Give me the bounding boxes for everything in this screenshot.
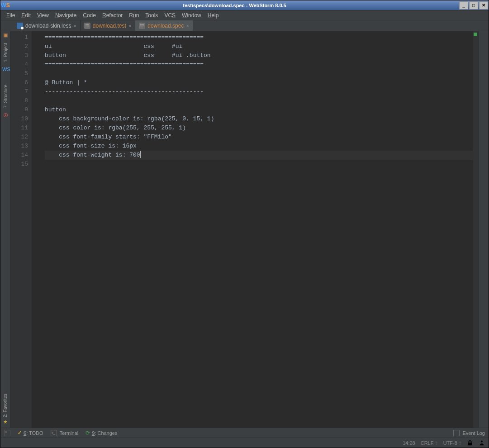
terminal-tool-button[interactable]: Terminal — [51, 430, 79, 436]
close-tab-icon[interactable]: × — [73, 23, 76, 29]
changes-tool-button[interactable]: ⟳9: Changes — [85, 430, 117, 436]
window-controls: _ □ ✕ — [459, 1, 489, 10]
lock-icon[interactable] — [467, 440, 473, 446]
todo-icon: ✓ — [18, 430, 22, 436]
menu-window[interactable]: Window — [179, 11, 204, 19]
window-title: test\specs\download.spec - WebStorm 8.0.… — [10, 3, 459, 8]
code-line[interactable] — [45, 160, 473, 169]
titlebar: WS test\specs\download.spec - WebStorm 8… — [0, 0, 489, 10]
menu-vcs[interactable]: VCS — [161, 11, 179, 19]
inspector-icon[interactable] — [479, 440, 485, 446]
less-file-icon — [17, 23, 23, 29]
code-line[interactable]: css font-size is: 16px — [45, 142, 473, 151]
code-line[interactable]: @ Button | * — [45, 78, 473, 87]
code-line[interactable]: ----------------------------------------… — [45, 87, 473, 96]
editor-tabs: download-skin.less × download.test × dow… — [0, 20, 489, 31]
ws-tool-icon[interactable]: WS — [2, 67, 9, 73]
code-line[interactable]: css background-color is: rgba(225, 0, 15… — [45, 114, 473, 124]
close-button[interactable]: ✕ — [479, 1, 488, 10]
inspection-ok-icon — [474, 33, 477, 36]
event-log-icon — [453, 430, 460, 436]
line-separator[interactable]: CRLF ‡ — [421, 440, 438, 446]
code-line[interactable]: ui css #ui — [45, 42, 473, 51]
favorites-star-icon[interactable]: ★ — [2, 419, 9, 425]
svg-point-0 — [481, 440, 483, 442]
menu-edit[interactable]: Edit — [18, 11, 34, 19]
tool-window-toggle-icon[interactable] — [4, 430, 10, 436]
menubar: File Edit View Navigate Code Refactor Ru… — [0, 10, 489, 20]
right-tool-stripe — [478, 31, 489, 428]
code-line[interactable]: button css #ui .button — [45, 51, 473, 60]
editor-pane: 123456789101112131415 ==================… — [11, 31, 478, 428]
structure-tool-icon[interactable]: ⦿ — [2, 113, 9, 119]
menu-run[interactable]: Run — [126, 11, 142, 19]
changes-icon: ⟳ — [85, 430, 90, 436]
code-line[interactable]: ========================================… — [45, 33, 473, 42]
menu-help[interactable]: Help — [204, 11, 222, 19]
minimize-button[interactable]: _ — [459, 1, 468, 10]
menu-view[interactable]: View — [34, 11, 52, 19]
menu-refactor[interactable]: Refactor — [99, 11, 126, 19]
event-log-button[interactable]: Event Log — [453, 430, 485, 436]
maximize-button[interactable]: □ — [469, 1, 478, 10]
app-logo: WS — [0, 2, 10, 9]
tab-download-spec[interactable]: download.spec × — [135, 20, 193, 31]
text-file-icon — [139, 23, 145, 29]
tab-label: download-skin.less — [25, 23, 71, 29]
code-line[interactable] — [45, 69, 473, 78]
code-line[interactable]: css font-family starts: "FFMilo" — [45, 133, 473, 142]
structure-tool-label[interactable]: 7: Structure — [3, 83, 8, 110]
menu-file[interactable]: File — [3, 11, 18, 19]
tab-label: download.test — [93, 23, 126, 29]
favorites-tool-label[interactable]: 2: Favorites — [3, 394, 8, 417]
line-number-gutter: 123456789101112131415 — [11, 31, 32, 428]
code-line[interactable]: ========================================… — [45, 60, 473, 69]
close-tab-icon[interactable]: × — [128, 23, 131, 29]
status-bar: 14:28 CRLF ‡ UTF-8 ‡ — [0, 438, 489, 448]
terminal-icon — [51, 430, 57, 436]
code-line[interactable] — [45, 96, 473, 105]
error-stripe[interactable] — [473, 31, 478, 428]
close-tab-icon[interactable]: × — [186, 23, 189, 29]
tab-download-test[interactable]: download.test × — [81, 20, 136, 31]
todo-tool-button[interactable]: ✓6: TODO — [18, 430, 43, 436]
text-file-icon — [84, 23, 90, 29]
code-line[interactable]: css font-weight is: 700 — [45, 151, 473, 160]
file-encoding[interactable]: UTF-8 ‡ — [443, 440, 461, 446]
menu-tools[interactable]: Tools — [142, 11, 161, 19]
tab-label: download.spec — [147, 23, 184, 29]
cursor-position: 14:28 — [403, 440, 415, 446]
code-line[interactable]: button — [45, 105, 473, 114]
bottom-tool-bar: ✓6: TODO Terminal ⟳9: Changes Event Log — [0, 428, 489, 438]
project-tool-icon[interactable]: ▣ — [2, 32, 9, 38]
left-tool-stripe: ▣ 1: Project WS 7: Structure ⦿ — [0, 31, 11, 428]
code-editor[interactable]: ========================================… — [32, 31, 473, 428]
code-line[interactable]: css color is: rgba(255, 255, 255, 1) — [45, 124, 473, 133]
tab-download-skin-less[interactable]: download-skin.less × — [13, 20, 81, 31]
menu-code[interactable]: Code — [80, 11, 99, 19]
menu-navigate[interactable]: Navigate — [52, 11, 80, 19]
left-bottom-tool-stripe: 2: Favorites ★ — [0, 394, 10, 428]
project-tool-label[interactable]: 1: Project — [3, 41, 8, 64]
main-area: ▣ 1: Project WS 7: Structure ⦿ 123456789… — [0, 31, 489, 428]
